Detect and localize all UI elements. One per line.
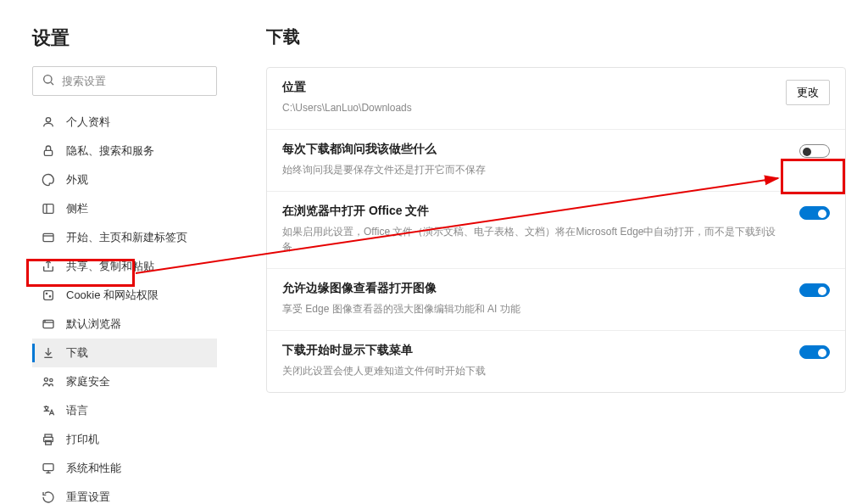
nav-default-browser[interactable]: 默认浏览器 [32, 310, 217, 339]
svg-rect-21 [43, 464, 53, 471]
row-download-menu: 下载开始时显示下载菜单 关闭此设置会使人更难知道文件何时开始下载 [267, 331, 845, 392]
tab-icon [41, 231, 56, 244]
nav-downloads[interactable]: 下载 [32, 339, 217, 367]
toggle-ask-each-download[interactable] [799, 144, 830, 158]
nav-label: 默认浏览器 [66, 316, 121, 332]
nav-start[interactable]: 开始、主页和新建标签页 [32, 223, 217, 252]
nav-appearance[interactable]: 外观 [32, 165, 217, 194]
svg-rect-9 [44, 291, 53, 300]
nav-family[interactable]: 家庭安全 [32, 367, 217, 396]
row-title: 允许边缘图像查看器打开图像 [282, 281, 782, 296]
svg-point-14 [45, 321, 46, 322]
nav-privacy[interactable]: 隐私、搜索和服务 [32, 137, 217, 165]
svg-rect-4 [43, 204, 53, 214]
search-icon [42, 73, 55, 89]
profile-icon [41, 115, 56, 129]
change-location-button[interactable]: 更改 [786, 80, 830, 105]
nav-label: 侧栏 [66, 201, 88, 216]
search-input[interactable] [62, 75, 208, 87]
nav-label: 共享、复制和粘贴 [66, 259, 154, 274]
toggle-open-office[interactable] [799, 206, 830, 220]
nav-label: 下载 [66, 345, 88, 361]
family-icon [41, 375, 56, 389]
share-icon [41, 260, 56, 273]
row-ask-each-download: 每次下载都询问我该做些什么 始终询问我是要保存文件还是打开它而不保存 [267, 130, 845, 192]
browser-icon [41, 317, 56, 331]
nav-share[interactable]: 共享、复制和粘贴 [32, 252, 217, 281]
nav-label: 外观 [66, 172, 88, 188]
svg-point-0 [44, 76, 52, 83]
row-open-office: 在浏览器中打开 Office 文件 如果启用此设置，Office 文件（演示文稿… [267, 192, 845, 269]
nav-label: 家庭安全 [66, 374, 110, 389]
download-path: C:\Users\LanLuo\Downloads [282, 100, 769, 115]
nav-label: 重置设置 [66, 490, 110, 504]
nav-printer[interactable]: 打印机 [32, 425, 217, 454]
row-desc: 享受 Edge 图像查看器的强大图像编辑功能和 AI 功能 [282, 301, 782, 316]
printer-icon [41, 433, 56, 446]
svg-point-16 [44, 378, 47, 381]
svg-rect-3 [44, 150, 52, 155]
main-content: 下载 位置 C:\Users\LanLuo\Downloads 更改 每次下载都… [237, 0, 868, 504]
svg-point-2 [46, 118, 50, 122]
nav-label: 个人资料 [66, 115, 110, 130]
row-title: 每次下载都询问我该做些什么 [282, 142, 782, 157]
row-title: 在浏览器中打开 Office 文件 [282, 204, 782, 219]
row-desc: 关闭此设置会使人更难知道文件何时开始下载 [282, 363, 782, 378]
nav-label: 隐私、搜索和服务 [66, 143, 154, 159]
svg-point-10 [46, 293, 47, 294]
svg-point-11 [49, 296, 50, 297]
nav-label: 系统和性能 [66, 461, 121, 476]
system-icon [41, 462, 56, 475]
nav-cookies[interactable]: Cookie 和网站权限 [32, 281, 217, 310]
row-desc: 始终询问我是要保存文件还是打开它而不保存 [282, 162, 782, 177]
search-settings[interactable] [32, 66, 217, 96]
row-image-viewer: 允许边缘图像查看器打开图像 享受 Edge 图像查看器的强大图像编辑功能和 AI… [267, 269, 845, 331]
language-icon [41, 404, 56, 417]
svg-rect-6 [43, 233, 53, 241]
row-location: 位置 C:\Users\LanLuo\Downloads 更改 [267, 68, 845, 130]
toggle-download-menu[interactable] [799, 345, 830, 359]
sidebar-title: 设置 [32, 25, 217, 51]
nav-profile[interactable]: 个人资料 [32, 108, 217, 137]
download-icon [41, 346, 56, 360]
reset-icon [41, 490, 56, 504]
nav-sidebar[interactable]: 侧栏 [32, 194, 217, 223]
nav-language[interactable]: 语言 [32, 396, 217, 425]
svg-line-1 [51, 82, 53, 85]
downloads-panel: 位置 C:\Users\LanLuo\Downloads 更改 每次下载都询问我… [266, 67, 846, 393]
row-title: 位置 [282, 80, 769, 95]
nav-label: 打印机 [66, 432, 99, 447]
row-title: 下载开始时显示下载菜单 [282, 343, 782, 358]
page-title: 下载 [266, 25, 846, 48]
cookie-icon [41, 288, 56, 302]
nav-system[interactable]: 系统和性能 [32, 454, 217, 483]
nav-reset[interactable]: 重置设置 [32, 483, 217, 504]
nav-label: 语言 [66, 403, 88, 418]
toggle-image-viewer[interactable] [799, 283, 830, 297]
sidebar-icon [41, 202, 56, 216]
nav-label: 开始、主页和新建标签页 [66, 230, 187, 245]
nav-label: Cookie 和网站权限 [66, 288, 159, 303]
svg-point-17 [50, 378, 53, 381]
nav-list: 个人资料 隐私、搜索和服务 外观 侧栏 开始、主页和新建标签页 共享、复制和粘贴 [32, 108, 217, 504]
appearance-icon [41, 173, 56, 187]
lock-icon [41, 144, 56, 158]
row-desc: 如果启用此设置，Office 文件（演示文稿、电子表格、文档）将在Microso… [282, 224, 782, 255]
settings-sidebar: 设置 个人资料 隐私、搜索和服务 外观 侧栏 [0, 0, 237, 504]
